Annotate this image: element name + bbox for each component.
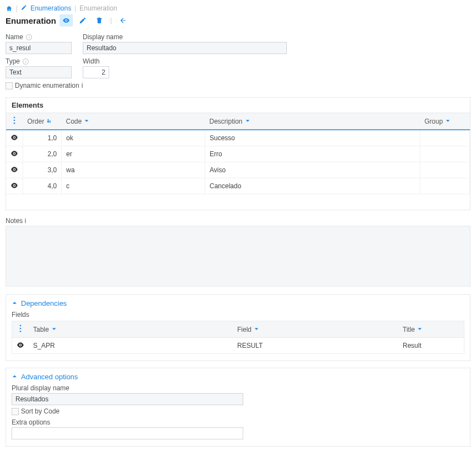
type-label: Type i (6, 57, 72, 65)
fields-label: Fields (12, 311, 464, 319)
svg-point-0 (14, 116, 15, 118)
type-field[interactable] (6, 66, 72, 78)
chevron-down-icon (417, 326, 422, 333)
svg-point-4 (20, 328, 22, 330)
breadcrumb: | Enumerations | Enumeration (6, 4, 470, 12)
dependencies-panel: Dependencies Fields Table Field Title S_… (6, 294, 470, 361)
row-eye-icon[interactable] (6, 162, 23, 178)
cell-description: Cancelado (205, 178, 420, 194)
info-icon[interactable]: i (23, 59, 29, 65)
dependencies-table: Table Field Title S_APRRESULTResult (12, 321, 464, 354)
breadcrumb-enumerations[interactable]: Enumerations (30, 4, 71, 12)
chevron-up-icon (12, 299, 18, 307)
info-icon[interactable]: i (82, 82, 83, 89)
plural-label: Plural display name (12, 384, 464, 392)
display-name-label: Display name (83, 33, 287, 41)
home-icon[interactable] (6, 5, 13, 12)
table-row[interactable]: 4,0cCancelado (6, 178, 470, 194)
col-menu[interactable] (6, 113, 23, 130)
width-field[interactable] (83, 66, 109, 78)
sort-asc-icon (46, 118, 52, 125)
sort-by-code-checkbox[interactable] (12, 408, 19, 415)
elements-panel: Elements Order Code Description Group 1,… (6, 97, 470, 210)
col-group[interactable]: Group (420, 113, 470, 130)
col-table[interactable]: Table (29, 321, 233, 338)
cell-code: c (62, 178, 205, 194)
title-toolbar: Enumeration | (6, 14, 470, 26)
col-order[interactable]: Order (23, 113, 62, 130)
extra-options-field[interactable] (12, 427, 243, 439)
cell-group (420, 162, 470, 178)
plural-field[interactable] (12, 393, 243, 405)
cell-description: Aviso (205, 162, 420, 178)
col-title[interactable]: Title (398, 321, 464, 338)
breadcrumb-sep: | (16, 4, 18, 12)
pencil-icon (21, 4, 27, 12)
chevron-down-icon (84, 118, 89, 125)
info-icon[interactable]: i (26, 34, 32, 40)
display-name-field[interactable] (83, 42, 287, 54)
page-title: Enumeration (6, 16, 56, 25)
cell-code: ok (62, 130, 205, 146)
cell-order: 3,0 (23, 162, 62, 178)
chevron-down-icon (254, 326, 259, 333)
col-field[interactable]: Field (233, 321, 398, 338)
cell-group (420, 178, 470, 194)
name-label: Name i (6, 33, 72, 41)
table-row[interactable]: 1,0okSucesso (6, 130, 470, 146)
view-button[interactable] (60, 14, 73, 26)
notes-field[interactable] (6, 226, 470, 287)
cell-order: 1,0 (23, 130, 62, 146)
table-row[interactable]: 3,0waAviso (6, 162, 470, 178)
svg-point-1 (14, 120, 15, 121)
table-row[interactable]: 2,0erErro (6, 146, 470, 162)
elements-table: Order Code Description Group 1,0okSucess… (6, 113, 470, 194)
width-label: Width (83, 57, 109, 65)
col-menu[interactable] (12, 321, 29, 338)
cell-group (420, 130, 470, 146)
edit-button[interactable] (76, 14, 89, 26)
row-eye-icon[interactable] (6, 130, 23, 146)
cell-order: 2,0 (23, 146, 62, 162)
row-eye-icon[interactable] (6, 178, 23, 194)
toolbar-sep: | (110, 17, 112, 24)
notes-label: Notes i (6, 217, 470, 225)
name-field[interactable] (6, 42, 72, 54)
row-eye-icon[interactable] (12, 338, 29, 354)
advanced-toggle[interactable]: Advanced options (12, 373, 464, 381)
svg-point-2 (14, 123, 15, 124)
back-button[interactable] (116, 14, 130, 26)
col-description[interactable]: Description (205, 113, 420, 130)
info-icon[interactable]: i (25, 217, 26, 225)
cell-field: RESULT (233, 338, 398, 354)
dynamic-enum-checkbox[interactable] (6, 82, 13, 89)
table-row[interactable]: S_APRRESULTResult (12, 338, 464, 354)
cell-title: Result (398, 338, 464, 354)
sort-by-code-label: Sort by Code (21, 407, 60, 415)
chevron-down-icon (245, 118, 250, 125)
dependencies-toggle[interactable]: Dependencies (12, 299, 464, 307)
breadcrumb-sep: | (74, 4, 76, 12)
dynamic-enum-label: Dynamic enumeration (15, 82, 79, 89)
cell-code: er (62, 146, 205, 162)
chevron-down-icon (51, 326, 57, 333)
cell-description: Erro (205, 146, 420, 162)
cell-order: 4,0 (23, 178, 62, 194)
cell-table: S_APR (29, 338, 233, 354)
cell-group (420, 146, 470, 162)
delete-button[interactable] (93, 14, 106, 26)
chevron-up-icon (12, 373, 18, 381)
svg-point-5 (20, 331, 22, 332)
chevron-down-icon (445, 118, 451, 125)
elements-title: Elements (6, 98, 470, 113)
cell-description: Sucesso (205, 130, 420, 146)
extra-options-label: Extra options (12, 418, 464, 426)
col-code[interactable]: Code (62, 113, 205, 130)
cell-code: wa (62, 162, 205, 178)
svg-point-3 (20, 325, 22, 326)
row-eye-icon[interactable] (6, 146, 23, 162)
advanced-panel: Advanced options Plural display name Sor… (6, 368, 470, 447)
breadcrumb-current: Enumeration (79, 4, 117, 12)
